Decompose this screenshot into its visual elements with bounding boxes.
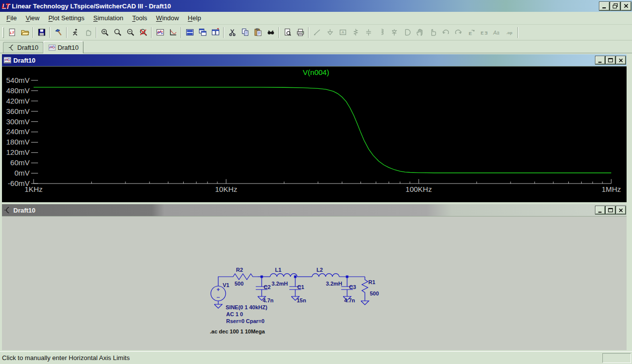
trace-v-n004[interactable] (34, 87, 611, 173)
waveform-plot[interactable]: 1KHz10KHz100KHz1MHz540mV480mV420mV360mV3… (2, 66, 627, 202)
place-capacitor-button[interactable] (362, 27, 375, 38)
place-diode-button[interactable] (388, 27, 400, 38)
print-button[interactable] (294, 27, 307, 38)
component-value[interactable]: 3.2mH (272, 281, 288, 287)
title-bar[interactable]: LT Linear Technology LTspice/SwitcherCAD… (0, 0, 632, 12)
component-label[interactable]: R1 (368, 279, 375, 285)
maximize-icon (607, 207, 614, 214)
cut-button[interactable] (226, 27, 238, 38)
inductor-L2[interactable] (312, 274, 339, 277)
tab-draft10-schematic[interactable]: Draft10 (3, 42, 43, 53)
zoom-area-button[interactable] (111, 27, 124, 38)
toolbar-grip[interactable] (2, 27, 4, 38)
trace-name[interactable]: V(n004) (303, 68, 329, 76)
spice-directive-button[interactable]: .op (503, 27, 516, 38)
redo-button[interactable] (452, 27, 465, 38)
find-button[interactable] (264, 27, 277, 38)
move-button[interactable] (413, 27, 426, 38)
rotate-button[interactable]: E (465, 27, 477, 38)
status-bar: Click to manually enter Horizontal Axis … (0, 351, 632, 364)
control-panel-button[interactable] (52, 27, 65, 38)
close-button[interactable] (621, 2, 631, 10)
y-tick-label: 60mV (10, 158, 30, 167)
menu-item-simulation[interactable]: Simulation (89, 12, 128, 24)
open-button[interactable] (18, 27, 31, 38)
undo-button[interactable] (439, 27, 452, 38)
spice-directive-text[interactable]: .ac dec 100 1 10Mega (210, 328, 265, 334)
sch-maximize-button[interactable] (606, 206, 615, 214)
schematic-window-titlebar[interactable]: Draft10 (2, 204, 627, 216)
component-label[interactable]: C2 (264, 284, 271, 290)
minimize-icon (597, 207, 603, 214)
restore-button[interactable] (610, 2, 620, 10)
print-preview-button[interactable] (281, 27, 294, 38)
place-label-button[interactable]: A (336, 27, 349, 38)
menu-item-window[interactable]: Window (152, 12, 183, 24)
component-label[interactable]: L1 (275, 267, 281, 273)
component-value[interactable]: AC 1 0 (226, 311, 243, 317)
plot-close-button[interactable] (616, 56, 626, 64)
place-inductor-button[interactable] (375, 27, 388, 38)
zoom-out-button[interactable] (124, 27, 137, 38)
component-label[interactable]: C1 (297, 284, 304, 290)
y-tick-label: 360mV (6, 107, 30, 115)
filter-circuit: V1 SINE(0 1 40kHZ) AC 1 0 Rser=0 Cpar=0 … (206, 263, 389, 338)
resistor-R1[interactable] (362, 277, 368, 301)
autorange-button[interactable] (166, 27, 179, 38)
zoom-full-extents-button[interactable] (137, 27, 150, 38)
svg-text:.op: .op (506, 31, 512, 35)
component-value[interactable]: 3.2mH (326, 281, 342, 287)
menu-item-file[interactable]: File (2, 12, 21, 24)
component-value[interactable]: 15n (297, 297, 306, 303)
tab-draft10-waveform[interactable]: Draft10 (43, 41, 84, 53)
plot-settings-button[interactable] (154, 27, 166, 38)
ground-icon (326, 28, 334, 36)
net-label-icon: A (339, 28, 347, 36)
paste-button[interactable] (251, 27, 264, 38)
save-button[interactable] (35, 27, 48, 38)
zoom-full-extents-icon (139, 28, 148, 36)
copy-button[interactable] (238, 27, 251, 38)
component-value[interactable]: SINE(0 1 40kHZ) (226, 304, 268, 310)
plot-minimize-button[interactable] (595, 56, 605, 64)
plot-maximize-button[interactable] (606, 56, 615, 64)
component-value[interactable]: 500 (370, 291, 379, 296)
halt-button[interactable] (81, 27, 94, 38)
tile-vertical-button[interactable] (209, 27, 222, 38)
zoom-in-button[interactable] (98, 27, 111, 38)
component-value[interactable]: 4.7n (263, 297, 274, 303)
inductor-L1[interactable] (270, 274, 297, 277)
menu-item-plot-settings[interactable]: Plot Settings (44, 12, 89, 24)
minimize-button[interactable] (599, 2, 609, 10)
place-ground-button[interactable] (323, 27, 336, 38)
component-value[interactable]: Rser=0 Cpar=0 (226, 318, 265, 324)
drag-button[interactable] (426, 27, 439, 38)
component-value[interactable]: 4.7n (344, 297, 355, 303)
resistor-R2[interactable] (231, 274, 258, 280)
run-button[interactable] (69, 27, 81, 38)
menu-item-view[interactable]: View (21, 12, 44, 24)
menu-item-tools[interactable]: Tools (128, 12, 152, 24)
draw-wire-button[interactable] (311, 27, 323, 38)
new-schematic-button[interactable]: LT (5, 27, 18, 38)
component-label[interactable]: C3 (349, 284, 356, 290)
place-text-button[interactable]: Aa (490, 27, 503, 38)
place-component-button[interactable] (400, 27, 413, 38)
component-value[interactable]: 500 (235, 281, 243, 287)
schematic-canvas[interactable]: V1 SINE(0 1 40kHZ) AC 1 0 Rser=0 Cpar=0 … (2, 216, 627, 350)
zoom-out-icon (126, 28, 135, 36)
sch-minimize-button[interactable] (595, 206, 605, 214)
svg-text:Aa: Aa (493, 30, 500, 36)
sch-close-button[interactable] (616, 206, 626, 214)
mirror-button[interactable]: EE (477, 27, 490, 38)
waveform-window-titlebar[interactable]: Draft10 (2, 54, 627, 66)
component-label[interactable]: R2 (236, 267, 243, 273)
status-resize-grip[interactable] (602, 353, 631, 363)
place-resistor-button[interactable] (349, 27, 362, 38)
menu-item-help[interactable]: Help (183, 12, 205, 24)
node-dot (294, 276, 297, 278)
component-label[interactable]: V1 (223, 282, 229, 288)
tile-windows-button[interactable] (183, 27, 196, 38)
cascade-windows-button[interactable] (196, 27, 209, 38)
component-label[interactable]: L2 (316, 267, 323, 273)
